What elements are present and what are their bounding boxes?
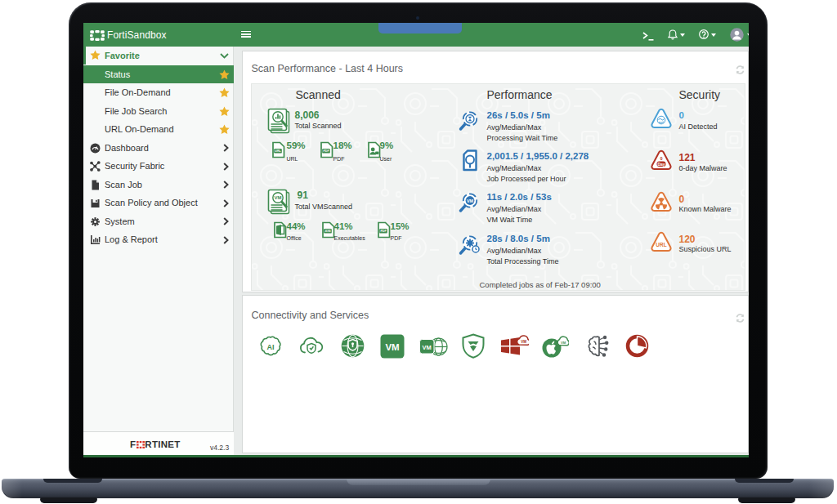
svg-text:VM: VM	[561, 341, 566, 345]
svg-text:VM: VM	[521, 340, 526, 344]
svg-text:VM: VM	[385, 342, 399, 352]
svg-text:URL: URL	[275, 150, 281, 154]
svg-text:URL: URL	[656, 242, 666, 248]
svg-text:PDF: PDF	[323, 150, 329, 154]
svg-text:PDF: PDF	[380, 230, 387, 234]
svg-text:VM: VM	[422, 344, 431, 351]
svg-text:VM: VM	[466, 198, 473, 203]
svg-text:AI: AI	[266, 342, 274, 350]
svg-text:Day: Day	[657, 162, 665, 167]
svg-text:VM: VM	[274, 196, 281, 201]
svg-text:0: 0	[660, 156, 662, 161]
svg-text:.EXE: .EXE	[325, 230, 331, 234]
